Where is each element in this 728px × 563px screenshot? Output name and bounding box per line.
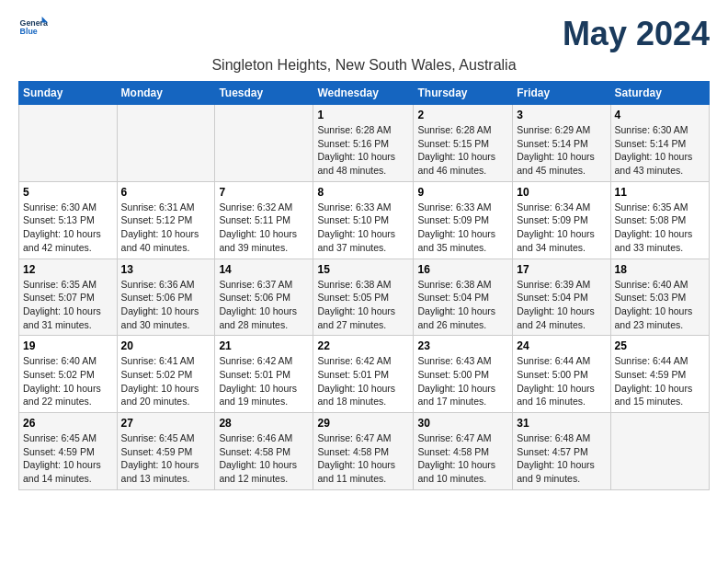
day-number: 10 xyxy=(517,186,606,199)
day-number: 11 xyxy=(615,186,705,199)
day-info: Sunrise: 6:45 AMSunset: 4:59 PMDaylight:… xyxy=(121,431,211,486)
col-wednesday: Wednesday xyxy=(313,82,414,105)
table-row xyxy=(610,413,709,490)
col-tuesday: Tuesday xyxy=(215,82,313,105)
day-info: Sunrise: 6:32 AMSunset: 5:11 PMDaylight:… xyxy=(219,201,309,255)
calendar-table: Sunday Monday Tuesday Wednesday Thursday… xyxy=(18,81,710,490)
table-row: 30Sunrise: 6:47 AMSunset: 4:58 PMDayligh… xyxy=(414,413,513,490)
day-info: Sunrise: 6:47 AMSunset: 4:58 PMDaylight:… xyxy=(317,431,409,486)
day-info: Sunrise: 6:28 AMSunset: 5:16 PMDaylight:… xyxy=(317,123,409,178)
table-row: 19Sunrise: 6:40 AMSunset: 5:02 PMDayligh… xyxy=(19,336,118,413)
day-info: Sunrise: 6:45 AMSunset: 4:59 PMDaylight:… xyxy=(23,431,113,486)
day-number: 1 xyxy=(317,109,409,121)
calendar-header-row: Sunday Monday Tuesday Wednesday Thursday… xyxy=(19,82,710,105)
day-info: Sunrise: 6:35 AMSunset: 5:08 PMDaylight:… xyxy=(615,201,705,255)
day-number: 7 xyxy=(219,186,309,199)
day-info: Sunrise: 6:44 AMSunset: 5:00 PMDaylight:… xyxy=(517,354,606,408)
calendar-week-row: 26Sunrise: 6:45 AMSunset: 4:59 PMDayligh… xyxy=(19,413,710,490)
day-number: 12 xyxy=(23,263,113,276)
day-info: Sunrise: 6:38 AMSunset: 5:05 PMDaylight:… xyxy=(317,278,409,332)
table-row: 21Sunrise: 6:42 AMSunset: 5:01 PMDayligh… xyxy=(215,336,313,413)
col-thursday: Thursday xyxy=(414,82,513,105)
day-info: Sunrise: 6:33 AMSunset: 5:10 PMDaylight:… xyxy=(317,201,409,255)
table-row: 9Sunrise: 6:33 AMSunset: 5:09 PMDaylight… xyxy=(414,181,513,259)
col-saturday: Saturday xyxy=(610,82,709,105)
day-number: 4 xyxy=(615,109,705,121)
logo: General Blue xyxy=(18,15,48,40)
day-info: Sunrise: 6:40 AMSunset: 5:02 PMDaylight:… xyxy=(23,354,113,408)
day-number: 26 xyxy=(23,417,113,430)
day-number: 3 xyxy=(517,109,606,121)
col-friday: Friday xyxy=(513,82,610,105)
table-row xyxy=(117,105,215,182)
day-number: 14 xyxy=(219,263,309,276)
table-row: 22Sunrise: 6:42 AMSunset: 5:01 PMDayligh… xyxy=(313,336,414,413)
day-number: 28 xyxy=(219,417,309,430)
day-number: 30 xyxy=(417,417,508,430)
table-row: 31Sunrise: 6:48 AMSunset: 4:57 PMDayligh… xyxy=(513,413,610,490)
day-info: Sunrise: 6:30 AMSunset: 5:13 PMDaylight:… xyxy=(23,201,113,255)
day-info: Sunrise: 6:37 AMSunset: 5:06 PMDaylight:… xyxy=(219,278,309,332)
day-info: Sunrise: 6:42 AMSunset: 5:01 PMDaylight:… xyxy=(219,354,309,408)
day-info: Sunrise: 6:41 AMSunset: 5:02 PMDaylight:… xyxy=(121,354,211,408)
day-info: Sunrise: 6:39 AMSunset: 5:04 PMDaylight:… xyxy=(517,278,606,332)
table-row: 26Sunrise: 6:45 AMSunset: 4:59 PMDayligh… xyxy=(19,413,118,490)
day-number: 6 xyxy=(121,186,211,199)
table-row: 3Sunrise: 6:29 AMSunset: 5:14 PMDaylight… xyxy=(513,105,610,182)
table-row: 15Sunrise: 6:38 AMSunset: 5:05 PMDayligh… xyxy=(313,259,414,336)
day-info: Sunrise: 6:43 AMSunset: 5:00 PMDaylight:… xyxy=(417,354,508,408)
table-row: 8Sunrise: 6:33 AMSunset: 5:10 PMDaylight… xyxy=(313,181,414,259)
day-number: 20 xyxy=(121,339,211,352)
table-row xyxy=(215,105,313,182)
table-row: 27Sunrise: 6:45 AMSunset: 4:59 PMDayligh… xyxy=(117,413,215,490)
table-row: 11Sunrise: 6:35 AMSunset: 5:08 PMDayligh… xyxy=(610,181,709,259)
day-number: 13 xyxy=(121,263,211,276)
day-info: Sunrise: 6:33 AMSunset: 5:09 PMDaylight:… xyxy=(417,201,508,255)
day-number: 25 xyxy=(615,339,705,352)
day-info: Sunrise: 6:47 AMSunset: 4:58 PMDaylight:… xyxy=(417,431,508,486)
day-info: Sunrise: 6:31 AMSunset: 5:12 PMDaylight:… xyxy=(121,201,211,255)
table-row: 10Sunrise: 6:34 AMSunset: 5:09 PMDayligh… xyxy=(513,181,610,259)
table-row: 28Sunrise: 6:46 AMSunset: 4:58 PMDayligh… xyxy=(215,413,313,490)
table-row: 5Sunrise: 6:30 AMSunset: 5:13 PMDaylight… xyxy=(19,181,118,259)
calendar-week-row: 5Sunrise: 6:30 AMSunset: 5:13 PMDaylight… xyxy=(19,181,710,259)
table-row: 4Sunrise: 6:30 AMSunset: 5:14 PMDaylight… xyxy=(610,105,709,182)
table-row xyxy=(19,105,118,182)
subtitle: Singleton Heights, New South Wales, Aust… xyxy=(18,57,710,74)
day-number: 21 xyxy=(219,339,309,352)
day-info: Sunrise: 6:46 AMSunset: 4:58 PMDaylight:… xyxy=(219,431,309,486)
day-info: Sunrise: 6:30 AMSunset: 5:14 PMDaylight:… xyxy=(615,123,705,178)
day-number: 8 xyxy=(317,186,409,199)
table-row: 23Sunrise: 6:43 AMSunset: 5:00 PMDayligh… xyxy=(414,336,513,413)
table-row: 14Sunrise: 6:37 AMSunset: 5:06 PMDayligh… xyxy=(215,259,313,336)
day-info: Sunrise: 6:36 AMSunset: 5:06 PMDaylight:… xyxy=(121,278,211,332)
table-row: 1Sunrise: 6:28 AMSunset: 5:16 PMDaylight… xyxy=(313,105,414,182)
day-number: 18 xyxy=(615,263,705,276)
page-header: General Blue May 2024 xyxy=(18,15,710,53)
table-row: 2Sunrise: 6:28 AMSunset: 5:15 PMDaylight… xyxy=(414,105,513,182)
day-number: 23 xyxy=(417,339,508,352)
day-info: Sunrise: 6:29 AMSunset: 5:14 PMDaylight:… xyxy=(517,123,606,178)
day-info: Sunrise: 6:35 AMSunset: 5:07 PMDaylight:… xyxy=(23,278,113,332)
day-info: Sunrise: 6:44 AMSunset: 4:59 PMDaylight:… xyxy=(615,354,705,408)
day-number: 15 xyxy=(317,263,409,276)
table-row: 12Sunrise: 6:35 AMSunset: 5:07 PMDayligh… xyxy=(19,259,118,336)
day-number: 19 xyxy=(23,339,113,352)
day-number: 24 xyxy=(517,339,606,352)
table-row: 20Sunrise: 6:41 AMSunset: 5:02 PMDayligh… xyxy=(117,336,215,413)
day-number: 22 xyxy=(317,339,409,352)
table-row: 6Sunrise: 6:31 AMSunset: 5:12 PMDaylight… xyxy=(117,181,215,259)
day-number: 2 xyxy=(417,109,508,121)
day-info: Sunrise: 6:42 AMSunset: 5:01 PMDaylight:… xyxy=(317,354,409,408)
table-row: 25Sunrise: 6:44 AMSunset: 4:59 PMDayligh… xyxy=(610,336,709,413)
day-number: 17 xyxy=(517,263,606,276)
day-info: Sunrise: 6:38 AMSunset: 5:04 PMDaylight:… xyxy=(417,278,508,332)
day-number: 5 xyxy=(23,186,113,199)
logo-icon: General Blue xyxy=(18,15,48,40)
col-sunday: Sunday xyxy=(19,82,118,105)
table-row: 13Sunrise: 6:36 AMSunset: 5:06 PMDayligh… xyxy=(117,259,215,336)
day-number: 31 xyxy=(517,417,606,430)
col-monday: Monday xyxy=(117,82,215,105)
calendar-week-row: 12Sunrise: 6:35 AMSunset: 5:07 PMDayligh… xyxy=(19,259,710,336)
table-row: 18Sunrise: 6:40 AMSunset: 5:03 PMDayligh… xyxy=(610,259,709,336)
